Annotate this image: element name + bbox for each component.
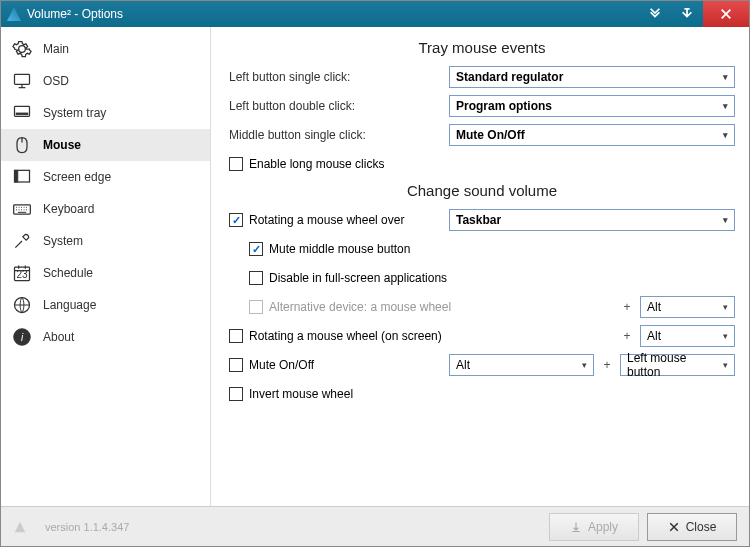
sidebar-item-osd[interactable]: OSD [1, 65, 210, 97]
enable-long-clicks-checkbox[interactable] [229, 157, 243, 171]
svg-rect-2 [16, 113, 28, 115]
chevron-down-icon: ▾ [723, 130, 728, 140]
mute-onoff-label: Mute On/Off [249, 358, 314, 372]
alt-device-checkbox [249, 300, 263, 314]
sidebar-item-label: About [43, 330, 74, 344]
app-icon-small [13, 520, 27, 534]
mute-middle-checkbox[interactable] [249, 242, 263, 256]
sidebar-item-label: Schedule [43, 266, 93, 280]
screen-edge-icon [11, 166, 33, 188]
alt-device-modifier-dropdown[interactable]: Alt▾ [640, 296, 735, 318]
close-icon [668, 521, 680, 533]
middle-single-click-label: Middle button single click: [229, 128, 449, 142]
sidebar-item-label: Main [43, 42, 69, 56]
apply-button-label: Apply [588, 520, 618, 534]
plus-separator: + [620, 329, 634, 343]
info-icon: i [11, 326, 33, 348]
sidebar-item-label: Screen edge [43, 170, 111, 184]
left-double-click-label: Left button double click: [229, 99, 449, 113]
footer: version 1.1.4.347 Apply Close [1, 506, 749, 546]
rotate-wheel-over-checkbox[interactable] [229, 213, 243, 227]
close-button-label: Close [686, 520, 717, 534]
globe-icon [11, 294, 33, 316]
left-single-click-dropdown[interactable]: Standard regulator▾ [449, 66, 735, 88]
section-title-tray: Tray mouse events [229, 39, 735, 56]
rotate-wheel-over-label: Rotating a mouse wheel over [249, 213, 404, 227]
dropdown-value: Alt [456, 358, 470, 372]
rotate-wheel-screen-label: Rotating a mouse wheel (on screen) [249, 329, 442, 343]
sidebar-item-schedule[interactable]: 23 Schedule [1, 257, 210, 289]
sidebar-item-about[interactable]: i About [1, 321, 210, 353]
sidebar-item-label: Keyboard [43, 202, 94, 216]
app-icon [7, 7, 21, 21]
plus-separator: + [600, 358, 614, 372]
monitor-icon [11, 70, 33, 92]
chevron-down-icon: ▾ [723, 101, 728, 111]
left-single-click-label: Left button single click: [229, 70, 449, 84]
title-bar: Volume² - Options [1, 1, 749, 27]
svg-text:23: 23 [16, 269, 28, 280]
dropdown-value: Alt [647, 300, 661, 314]
dropdown-value: Taskbar [456, 213, 501, 227]
sidebar-item-system-tray[interactable]: System tray [1, 97, 210, 129]
gear-icon [11, 38, 33, 60]
window-title: Volume² - Options [27, 7, 123, 21]
sidebar-item-system[interactable]: System [1, 225, 210, 257]
sidebar-item-mouse[interactable]: Mouse [1, 129, 210, 161]
left-double-click-dropdown[interactable]: Program options▾ [449, 95, 735, 117]
pin-button[interactable] [671, 1, 703, 27]
calendar-icon: 23 [11, 262, 33, 284]
sidebar-item-label: System [43, 234, 83, 248]
apply-button[interactable]: Apply [549, 513, 639, 541]
mute-middle-label: Mute middle mouse button [269, 242, 410, 256]
enable-long-clicks-label: Enable long mouse clicks [249, 157, 384, 171]
sidebar-item-label: Language [43, 298, 96, 312]
disable-fullscreen-label: Disable in full-screen applications [269, 271, 447, 285]
mute-onoff-modifier-dropdown[interactable]: Alt▾ [449, 354, 594, 376]
mouse-icon [11, 134, 33, 156]
dropdown-value: Left mouse button [627, 351, 723, 379]
sidebar-item-main[interactable]: Main [1, 33, 210, 65]
tray-icon [11, 102, 33, 124]
rotate-wheel-screen-modifier-dropdown[interactable]: Alt▾ [640, 325, 735, 347]
keyboard-icon [11, 198, 33, 220]
dropdown-value: Mute On/Off [456, 128, 525, 142]
sidebar-item-language[interactable]: Language [1, 289, 210, 321]
rotate-wheel-over-dropdown[interactable]: Taskbar▾ [449, 209, 735, 231]
tools-icon [11, 230, 33, 252]
middle-single-click-dropdown[interactable]: Mute On/Off▾ [449, 124, 735, 146]
section-title-volume: Change sound volume [229, 182, 735, 199]
dropdown-value: Alt [647, 329, 661, 343]
main-panel: Tray mouse events Left button single cli… [211, 27, 749, 506]
sidebar-item-label: Mouse [43, 138, 81, 152]
close-button[interactable]: Close [647, 513, 737, 541]
svg-rect-0 [15, 74, 30, 84]
invert-wheel-label: Invert mouse wheel [249, 387, 353, 401]
sidebar-item-screen-edge[interactable]: Screen edge [1, 161, 210, 193]
sidebar-item-label: System tray [43, 106, 106, 120]
rotate-wheel-screen-checkbox[interactable] [229, 329, 243, 343]
chevron-down-icon: ▾ [723, 331, 728, 341]
alt-device-label: Alternative device: a mouse wheel [269, 300, 451, 314]
mute-onoff-button-dropdown[interactable]: Left mouse button▾ [620, 354, 735, 376]
sidebar: Main OSD System tray Mouse Screen edge K… [1, 27, 211, 506]
sidebar-item-keyboard[interactable]: Keyboard [1, 193, 210, 225]
svg-rect-4 [15, 170, 18, 182]
apply-icon [570, 521, 582, 533]
chevron-down-icon: ▾ [723, 360, 728, 370]
dropdown-value: Program options [456, 99, 552, 113]
chevron-down-icon: ▾ [723, 302, 728, 312]
mute-onoff-checkbox[interactable] [229, 358, 243, 372]
plus-separator: + [620, 300, 634, 314]
invert-wheel-checkbox[interactable] [229, 387, 243, 401]
chevron-down-icon: ▾ [723, 72, 728, 82]
close-window-button[interactable] [703, 1, 749, 27]
disable-fullscreen-checkbox[interactable] [249, 271, 263, 285]
chevron-down-icon: ▾ [582, 360, 587, 370]
dropdown-value: Standard regulator [456, 70, 563, 84]
version-label: version 1.1.4.347 [45, 521, 129, 533]
chevron-down-icon: ▾ [723, 215, 728, 225]
sidebar-item-label: OSD [43, 74, 69, 88]
collapse-button[interactable] [639, 1, 671, 27]
